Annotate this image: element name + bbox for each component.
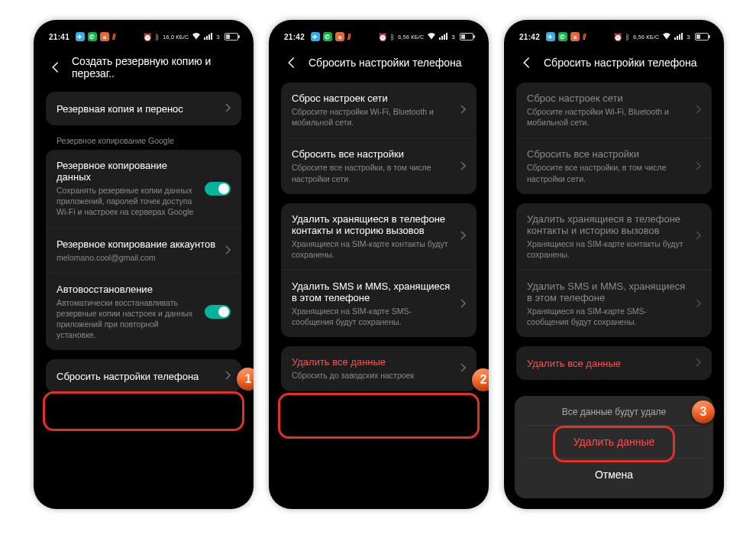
toggle-autorestore[interactable] — [205, 305, 231, 319]
row-title: Резервная копия и перенос — [57, 103, 217, 115]
row-title: Удалить все данные — [527, 358, 687, 369]
row-reset-phone[interactable]: Сбросить настройки телефона — [46, 359, 241, 393]
row-subtitle: melomano.cool@gmail.com — [57, 252, 217, 263]
row-backup-transfer[interactable]: Резервная копия и перенос — [46, 92, 241, 125]
row-title: Сбросить все настройки — [292, 148, 452, 160]
signal-icon — [439, 32, 448, 41]
row-erase-all-data[interactable]: Удалить все данные Сбросить до заводских… — [281, 346, 477, 391]
section-label-google: Резервное копирование Google — [46, 135, 241, 150]
chevron-right-icon — [695, 297, 701, 311]
chevron-right-icon — [225, 244, 231, 258]
whatsapp-icon: ✆ — [323, 32, 332, 42]
confirm-delete-button[interactable]: Удалить данные — [525, 425, 703, 458]
chevron-right-icon — [225, 102, 231, 115]
battery-pct: 3 — [451, 34, 455, 41]
telegram-icon: ✈ — [546, 32, 555, 42]
telegram-icon: ✈ — [76, 32, 85, 42]
row-title: Удалить хранящиеся в телефоне контакты и… — [527, 213, 687, 236]
row-delete-sms[interactable]: Удалить SMS и MMS, хранящиеся в этом тел… — [281, 270, 477, 337]
phone-2: 21:42 ✈ ✆ a // ⏰ ᛒ 6,56 КБ/С 3 — [269, 20, 489, 509]
row-autorestore[interactable]: Автовосстановление Автоматически восстан… — [46, 273, 241, 351]
row-subtitle: Хранящиеся на SIM-карте контакты будут с… — [527, 238, 687, 260]
telegram-icon: ✈ — [311, 32, 320, 42]
chevron-right-icon — [460, 160, 466, 173]
row-subtitle: Автоматически восстанавливать резервные … — [57, 297, 197, 341]
row-title: Удалить SMS и MMS, хранящиеся в этом тел… — [292, 280, 452, 303]
row-title: Автовосстановление — [57, 284, 197, 295]
row-reset-network[interactable]: Сброс настроек сети Сбросите настройки W… — [516, 83, 712, 138]
back-button[interactable] — [519, 55, 535, 70]
alarm-icon: ⏰ — [613, 33, 622, 41]
bluetooth-icon: ᛒ — [155, 33, 160, 41]
back-button[interactable] — [49, 60, 63, 75]
row-data-backup[interactable]: Резервное копирование данных Сохранять р… — [46, 150, 241, 228]
back-button[interactable] — [284, 55, 299, 70]
stripes-icon: // — [583, 33, 586, 41]
row-subtitle: Хранящиеся на SIM-карте контакты будут с… — [292, 238, 452, 260]
bluetooth-icon: ᛒ — [390, 33, 395, 41]
net-speed: 6,56 КБ/С — [633, 34, 659, 40]
row-delete-sms[interactable]: Удалить SMS и MMS, хранящиеся в этом тел… — [516, 270, 712, 337]
app-icon: a — [100, 32, 109, 42]
battery-pct: 3 — [687, 34, 690, 41]
alarm-icon: ⏰ — [143, 33, 152, 41]
status-time: 21:42 — [284, 33, 305, 41]
row-title: Сброс настроек сети — [292, 92, 452, 104]
row-reset-network[interactable]: Сброс настроек сети Сбросите настройки W… — [281, 83, 477, 138]
wifi-icon — [662, 32, 671, 41]
alarm-icon: ⏰ — [378, 33, 387, 41]
row-delete-contacts[interactable]: Удалить хранящиеся в телефоне контакты и… — [281, 203, 477, 270]
battery-icon — [460, 33, 473, 41]
phone-3: 21:42 ✈ ✆ a // ⏰ ᛒ 6,56 КБ/С 3 — [504, 20, 724, 509]
page-title: Сбросить настройки телефона — [544, 57, 697, 69]
sheet-message: Все данные будут удале — [525, 407, 703, 425]
status-bar: 21:42 ✈ ✆ a // ⏰ ᛒ 6,56 КБ/С 3 — [509, 24, 719, 49]
battery-icon — [225, 33, 238, 41]
app-icon: a — [570, 32, 580, 42]
row-subtitle: Хранящиеся на SIM-карте SMS-сообщения бу… — [292, 306, 452, 327]
step-badge-2: 2 — [472, 368, 489, 391]
row-account-backup[interactable]: Резервное копирование аккаунтов melomano… — [46, 228, 241, 273]
battery-icon — [695, 33, 709, 41]
status-bar: 21:42 ✈ ✆ a // ⏰ ᛒ 6,56 КБ/С 3 — [273, 24, 484, 49]
toggle-data-backup[interactable] — [205, 182, 231, 196]
wifi-icon — [427, 32, 436, 41]
signal-icon — [674, 32, 683, 41]
row-subtitle: Сбросите настройки Wi-Fi, Bluetooth и мо… — [527, 106, 687, 128]
step-badge-1: 1 — [237, 368, 254, 391]
row-reset-all-settings[interactable]: Сбросить все настройки Сбросите все наст… — [281, 138, 477, 193]
row-title: Удалить хранящиеся в телефоне контакты и… — [292, 213, 452, 236]
row-subtitle: Сбросите все настройки, в том числе наст… — [292, 162, 452, 183]
cancel-button[interactable]: Отмена — [525, 458, 703, 491]
chevron-right-icon — [695, 103, 701, 117]
row-erase-all-data[interactable]: Удалить все данные — [516, 346, 712, 380]
bluetooth-icon: ᛒ — [625, 33, 630, 41]
stripes-icon: // — [112, 33, 115, 41]
chevron-right-icon — [460, 229, 466, 243]
signal-icon — [204, 32, 213, 41]
phone-1: 21:41 ✈ ✆ a // ⏰ ᛒ 16,0 КБ/С 3 — [34, 20, 254, 509]
step-badge-3: 3 — [692, 400, 715, 423]
row-subtitle: Сохранять резервные копии данных приложе… — [57, 185, 197, 218]
app-icon: a — [335, 32, 344, 42]
chevron-right-icon — [225, 369, 231, 383]
row-subtitle: Сбросите настройки Wi-Fi, Bluetooth и мо… — [292, 106, 452, 128]
row-title: Сбросить настройки телефона — [57, 371, 217, 382]
row-reset-all-settings[interactable]: Сбросить все настройки Сбросите все наст… — [516, 138, 712, 193]
whatsapp-icon: ✆ — [88, 32, 97, 42]
net-speed: 6,56 КБ/С — [398, 34, 424, 40]
chevron-right-icon — [695, 160, 701, 173]
row-subtitle: Хранящиеся на SIM-карте SMS-сообщения бу… — [527, 306, 687, 327]
row-title: Резервное копирование аккаунтов — [57, 238, 217, 250]
row-title: Сброс настроек сети — [527, 92, 687, 104]
row-title: Удалить все данные — [292, 356, 452, 368]
row-title: Удалить SMS и MMS, хранящиеся в этом тел… — [527, 280, 687, 303]
page-title: Сбросить настройки телефона — [309, 57, 462, 69]
chevron-right-icon — [460, 362, 466, 375]
battery-pct: 3 — [216, 34, 220, 41]
chevron-right-icon — [460, 297, 466, 311]
row-title: Резервное копирование данных — [57, 160, 197, 183]
confirm-sheet: Все данные будут удале Удалить данные От… — [515, 396, 713, 498]
row-title: Сбросить все настройки — [527, 148, 687, 160]
row-delete-contacts[interactable]: Удалить хранящиеся в телефоне контакты и… — [516, 203, 712, 270]
